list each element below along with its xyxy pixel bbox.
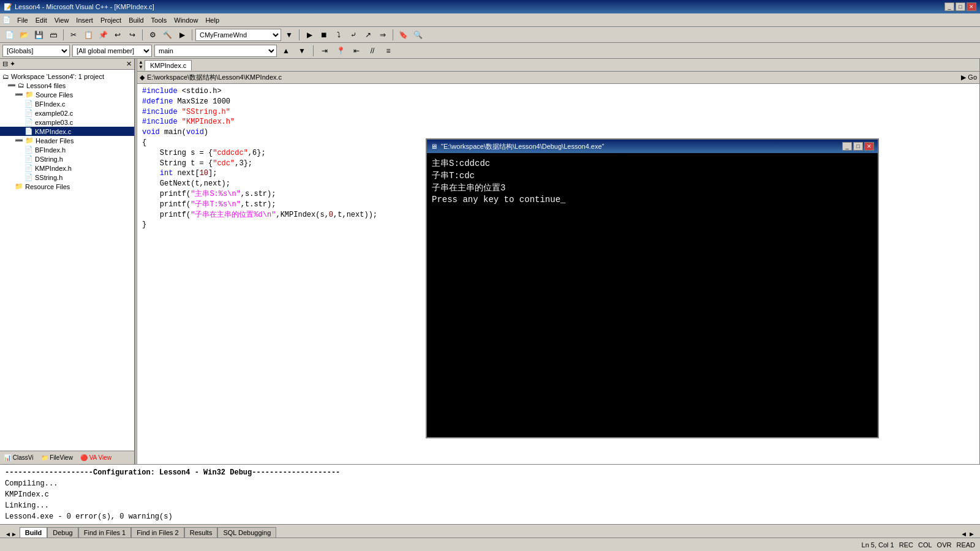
tree-workspace[interactable]: 🗂 Workspace 'Lesson4': 1 project bbox=[0, 72, 134, 81]
menu-help[interactable]: Help bbox=[202, 15, 223, 25]
save-all-button[interactable]: 🗃 bbox=[47, 28, 60, 42]
menu-view[interactable]: View bbox=[51, 15, 73, 25]
title-bar: 📝 Lesson4 - Microsoft Visual C++ - [KMPI… bbox=[0, 0, 980, 13]
find-btn[interactable]: 🔍 bbox=[411, 28, 424, 42]
left-tab-fileview[interactable]: 📁 FileView bbox=[37, 453, 77, 462]
debug-out[interactable]: ↗ bbox=[361, 28, 375, 42]
compile-button[interactable]: ⚙ bbox=[146, 28, 159, 42]
tree-header-files[interactable]: ➖ 📁 Header Files bbox=[0, 136, 134, 145]
menu-window[interactable]: Window bbox=[170, 15, 202, 25]
debug-stop[interactable]: ⏹ bbox=[317, 28, 331, 42]
redo-button[interactable]: ↪ bbox=[126, 28, 139, 42]
file-kmpindex-h-icon: 📄 bbox=[24, 164, 33, 172]
separator-1 bbox=[63, 29, 64, 40]
function-combo[interactable]: main bbox=[154, 45, 277, 57]
output-line-3: KMPIndex.c bbox=[5, 489, 975, 500]
indent-btn[interactable]: ⇤ bbox=[350, 44, 363, 58]
menu-edit[interactable]: Edit bbox=[32, 15, 51, 25]
tree-resource-files[interactable]: 📁 Resource Files bbox=[0, 182, 134, 191]
tree-kmpindex-h[interactable]: 📄 KMPIndex.h bbox=[0, 163, 134, 173]
window-title: Lesson4 - Microsoft Visual C++ - [KMPInd… bbox=[15, 3, 154, 10]
left-tab-vaview[interactable]: 🔴 VA View bbox=[77, 453, 115, 462]
workspace-icon: 🗂 bbox=[2, 73, 9, 80]
editor-path: E:\workspace\数据结构\Lesson4\KMPIndex.c bbox=[147, 73, 282, 82]
menu-file[interactable]: File bbox=[13, 15, 32, 25]
bookmark-btn[interactable]: 🔖 bbox=[396, 28, 410, 42]
tree-example02-c[interactable]: 📄 example02.c bbox=[0, 108, 134, 118]
console-close[interactable]: ✕ bbox=[864, 142, 874, 151]
tree-dstring-h[interactable]: 📄 DString.h bbox=[0, 154, 134, 163]
tree-kmpindex-c[interactable]: 📄 KMPIndex.c bbox=[0, 127, 134, 136]
debug-run-cursor[interactable]: ⇒ bbox=[376, 28, 390, 42]
status-bar: Ln 5, Col 1 REC COL OVR READ bbox=[0, 538, 980, 551]
dropdown-button[interactable]: ▼ bbox=[282, 28, 296, 42]
status-position: Ln 5, Col 1 bbox=[862, 541, 894, 549]
menu-icon: 📄 bbox=[2, 16, 11, 24]
output-line-1: --------------------Configuration: Lesso… bbox=[5, 467, 975, 478]
file-example02-label: example02.c bbox=[35, 110, 73, 117]
console-content: 主串S:cddcdc 子串T:cdc 子串在主串的位置3 Press any k… bbox=[427, 153, 878, 437]
left-tab-classview[interactable]: 📊 ClassVi bbox=[0, 453, 37, 462]
up-btn[interactable]: ▲ bbox=[279, 44, 293, 58]
open-button[interactable]: 📂 bbox=[17, 28, 31, 42]
menu-build[interactable]: Build bbox=[125, 15, 147, 25]
class-combo[interactable]: CMyFrameWnd bbox=[195, 29, 281, 41]
panel-title: ⊟ ✦ bbox=[2, 60, 15, 68]
tree-bfindex-h[interactable]: 📄 BFIndex.h bbox=[0, 145, 134, 154]
tree-example03-c[interactable]: 📄 example03.c bbox=[0, 118, 134, 127]
tree-sstring-h[interactable]: 📄 SString.h bbox=[0, 173, 134, 182]
status-read: READ bbox=[956, 541, 975, 549]
run-button[interactable]: ▶ bbox=[175, 28, 189, 42]
app-icon: 📝 bbox=[4, 3, 12, 11]
comment-btn[interactable]: // bbox=[366, 44, 379, 58]
undo-button[interactable]: ↩ bbox=[111, 28, 124, 42]
new-button[interactable]: 📄 bbox=[2, 28, 16, 42]
tab-find-1[interactable]: Find in Files 1 bbox=[78, 527, 131, 538]
paste-button[interactable]: 📌 bbox=[96, 28, 110, 42]
debug-step[interactable]: ⤵ bbox=[332, 28, 345, 42]
restore-button[interactable]: □ bbox=[956, 2, 965, 11]
tree-project[interactable]: ➖ 🗂 Lesson4 files bbox=[0, 81, 134, 90]
cut-button[interactable]: ✂ bbox=[67, 28, 80, 42]
menu-tools[interactable]: Tools bbox=[148, 15, 171, 25]
menu-insert[interactable]: Insert bbox=[72, 15, 97, 25]
path-scroll[interactable]: ▶ Go bbox=[961, 73, 977, 81]
bottom-scroll-left[interactable]: ◄ bbox=[960, 530, 967, 538]
debug-start[interactable]: ▶ bbox=[303, 28, 316, 42]
output-line-4: Linking... bbox=[5, 500, 975, 511]
tab-sql[interactable]: SQL Debugging bbox=[217, 527, 276, 538]
output-scroll-right[interactable]: ► bbox=[11, 531, 17, 538]
members-combo[interactable]: [All global member] bbox=[72, 45, 152, 57]
globals-combo[interactable]: [Globals] bbox=[2, 45, 70, 57]
save-button[interactable]: 💾 bbox=[32, 28, 45, 42]
tree-source-files[interactable]: ➖ 📁 Source Files bbox=[0, 90, 134, 99]
tab-find-2[interactable]: Find in Files 2 bbox=[131, 527, 184, 538]
tree-bfindex-c[interactable]: 📄 BFIndex.c bbox=[0, 99, 134, 108]
console-window: 🖥 "E:\workspace\数据结构\Lesson4\Debug\Lesso… bbox=[426, 138, 879, 438]
tab-debug[interactable]: Debug bbox=[47, 527, 78, 538]
menu-project[interactable]: Project bbox=[97, 15, 125, 25]
left-panel-tabs: 📊 ClassVi 📁 FileView 🔴 VA View bbox=[0, 451, 134, 464]
console-restore[interactable]: □ bbox=[853, 142, 863, 151]
source-folder-icon: ➖ 📁 bbox=[15, 91, 34, 99]
tab-scroll-down[interactable]: ▼ bbox=[138, 65, 143, 70]
copy-button[interactable]: 📋 bbox=[81, 28, 95, 42]
file-tree: 🗂 Workspace 'Lesson4': 1 project ➖ 🗂 Les… bbox=[0, 70, 134, 193]
output-scroll-left[interactable]: ◄ bbox=[5, 531, 11, 538]
status-rec: REC bbox=[899, 541, 913, 549]
console-minimize[interactable]: _ bbox=[842, 142, 852, 151]
bottom-scroll-right[interactable]: ► bbox=[968, 530, 975, 538]
title-bar-left: 📝 Lesson4 - Microsoft Visual C++ - [KMPI… bbox=[4, 3, 154, 11]
bookmark2-btn[interactable]: 📍 bbox=[334, 44, 347, 58]
build-button[interactable]: 🔨 bbox=[160, 28, 174, 42]
toolbar-2: [Globals] [All global member] main ▲ ▼ ⇥… bbox=[0, 43, 980, 59]
editor-tab-kmpindex[interactable]: KMPIndex.c bbox=[145, 60, 192, 70]
goto-btn[interactable]: ⇥ bbox=[318, 44, 331, 58]
tab-results[interactable]: Results bbox=[184, 527, 218, 538]
debug-over[interactable]: ⤶ bbox=[347, 28, 360, 42]
close-button[interactable]: ✕ bbox=[967, 2, 976, 11]
down-btn[interactable]: ▼ bbox=[295, 44, 309, 58]
format-btn[interactable]: ≡ bbox=[382, 44, 395, 58]
minimize-button[interactable]: _ bbox=[944, 2, 954, 11]
tab-build[interactable]: Build bbox=[20, 527, 48, 538]
